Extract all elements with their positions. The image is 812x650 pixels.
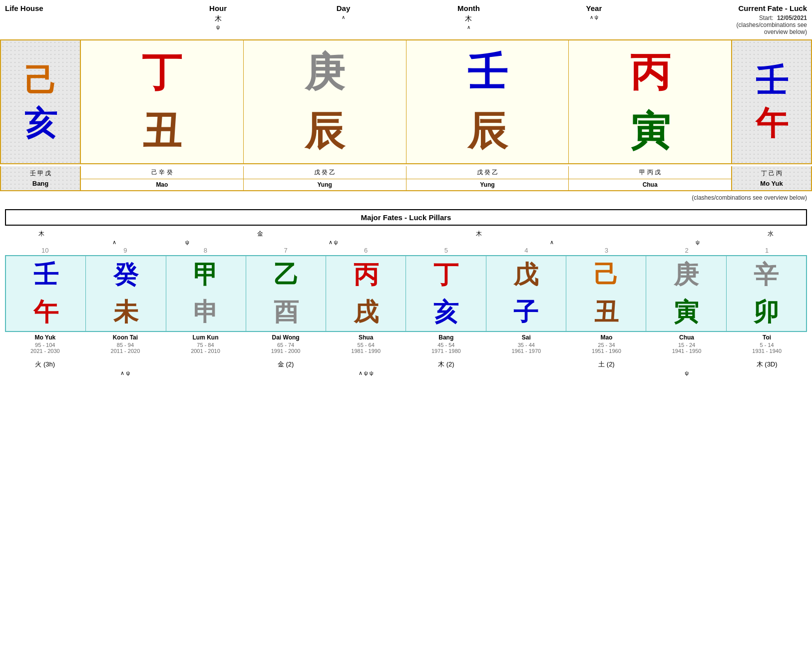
right-hidden-chars: 丁 己 丙 [761,169,783,178]
fate-stem-8: 甲 [193,261,218,289]
bot-el-10: 木 (3D) [727,360,807,369]
life-house-col: Life House [5,4,155,35]
month-stem: 壬 [467,50,507,94]
month-branch: 辰 [467,109,507,153]
fate-stem-7: 乙 [274,261,299,289]
hidden-chars-row: 己 辛 癸 戊 癸 乙 戊 癸 乙 甲 丙 戊 [81,166,731,179]
fate-el-9 [588,230,661,238]
left-hidden-side: 壬 甲 戊 Bang [1,166,81,190]
fate-cal-8: 2001 - 2010 [165,348,246,354]
fate-stem-6: 丙 [354,261,379,289]
day-stem: 庚 [305,50,345,94]
bot-el-3 [165,360,246,369]
fate-cal-10: 2021 - 2030 [5,348,85,354]
bot-arr-7 [486,370,567,376]
fate-arrow-10: ψ [661,239,734,246]
fate-name-1: Toi [727,334,807,341]
fate-pillar-10: 壬 午 [6,256,86,331]
fate-cal-5: 1971 - 1980 [406,348,486,354]
day-branch: 辰 [305,109,345,153]
current-fate-col: Current Fate - Luck Start: 12/05/2021 (c… [657,4,807,35]
start-date: 12/05/2021 [777,14,807,21]
main-chart: 己 亥 丁 丑 庚 辰 壬 辰 丙 寅 [0,39,812,164]
fate-cal-7: 1991 - 2000 [246,348,326,354]
bot-arr-3 [165,370,246,376]
fate-el-5 [297,230,370,238]
fate-arrow-3: ψ [151,239,224,246]
fate-pillar-5: 丁 亥 [406,256,486,331]
day-title: Day [281,4,406,12]
fate-el-10 [661,230,734,238]
fate-name-9: Koon Tai [85,334,166,341]
fate-pillar-1: 辛 卯 [727,256,806,331]
h-chars-1: 己 辛 癸 [81,166,244,179]
fate-name-10: Mo Yuk [5,334,85,341]
fate-el-8 [515,230,588,238]
bot-el-4: 金 (2) [246,360,326,369]
right-top-char: 壬 [756,64,788,97]
fate-stem-2: 庚 [674,261,699,289]
fate-pillar-3: 己 丑 [566,256,646,331]
fate-cal-9: 2011 - 2020 [85,348,166,354]
fate-name-8: Lum Kun [165,334,246,341]
fate-stem-3: 己 [594,261,619,289]
fate-age-4: 35 - 44 [486,342,567,348]
h-name-2: Yung [244,179,406,190]
bot-arr-4 [246,370,326,376]
bot-el-9 [647,360,727,369]
bot-arr-5: ∧ ψ ψ [326,370,406,376]
h-name-1: Mao [81,179,244,190]
fate-branch-2: 寅 [674,299,699,326]
fate-branch-9: 未 [113,299,138,326]
fate-elements-top-row: 木 金 木 水 [5,230,807,238]
fate-age-row: 95 - 104 85 - 94 75 - 84 65 - 74 55 - 64… [5,342,807,348]
fate-el-7: 木 [442,230,515,238]
left-hidden-chars: 壬 甲 戊 [30,169,51,178]
fate-arrow-4 [224,239,297,246]
bot-el-1: 火 (3h) [5,360,85,369]
bot-el-5 [326,360,406,369]
fate-num-3: 3 [566,247,647,254]
year-title: Year [531,4,657,12]
day-arrows: ∧ [281,14,406,20]
fate-numbers-row: 10 9 8 7 6 5 4 3 2 1 [5,247,807,254]
chart-left-side: 己 亥 [1,40,81,163]
fate-cal-2: 1941 - 1950 [647,348,727,354]
fate-el-3 [151,230,224,238]
fate-branch-5: 亥 [433,299,458,326]
month-arrows: ∧ [406,24,531,30]
hour-element: 木 [155,14,281,23]
fate-age-8: 75 - 84 [165,342,246,348]
major-fates-title: Major Fates - Luck Pillars [5,209,807,226]
day-col: Day ∧ [281,4,406,35]
hour-branch: 丑 [142,109,182,153]
hidden-stars-row: 壬 甲 戊 Bang 己 辛 癸 戊 癸 乙 戊 癸 乙 甲 丙 戊 Mao Y… [0,166,812,191]
fate-el-6 [370,230,442,238]
h-chars-4: 甲 丙 戊 [569,166,731,179]
clashes-note-below: (clashes/combinations see overview below… [0,191,812,204]
fate-age-7: 65 - 74 [246,342,326,348]
start-info: Start: 12/05/2021 [657,14,807,21]
fate-el-11: 水 [734,230,807,238]
clashes-note-header2: overview below) [657,28,807,35]
bot-el-2 [85,360,166,369]
current-fate-title: Current Fate - Luck [657,4,807,12]
fate-arrow-11 [734,239,807,246]
bot-arr-8 [566,370,647,376]
bot-el-7 [486,360,567,369]
day-pillar: 庚 辰 [244,40,406,163]
left-hidden-name: Bang [32,180,49,187]
fate-num-2: 2 [647,247,727,254]
year-stem: 丙 [630,50,670,94]
fate-el-1: 木 [5,230,78,238]
life-house-title: Life House [5,4,155,12]
fate-branch-10: 午 [33,299,58,326]
fate-name-7: Dai Wong [246,334,326,341]
fate-arrow-1 [5,239,78,246]
hour-arrows: ψ [155,24,281,30]
fate-name-5: Bang [406,334,486,341]
fate-cal-4: 1961 - 1970 [486,348,567,354]
bot-arr-1 [5,370,85,376]
right-bottom-char: 午 [756,107,788,139]
fate-age-9: 85 - 94 [85,342,166,348]
